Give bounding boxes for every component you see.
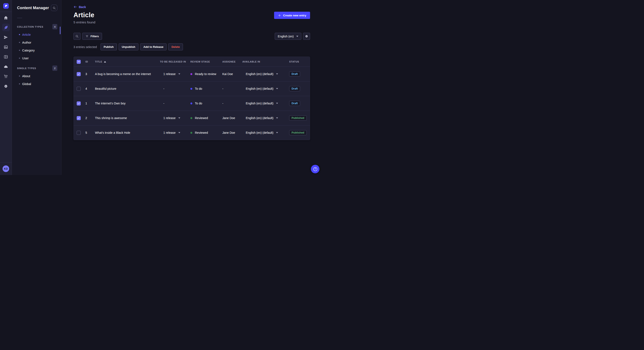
cell-assignee: Kai Doe [222, 72, 242, 76]
cell-id: 2 [86, 116, 95, 120]
status-badge: Draft [289, 86, 300, 91]
cart-icon [4, 74, 8, 79]
bullet-icon [19, 34, 20, 35]
stage-label: Reviewed [195, 131, 208, 134]
column-available-in[interactable]: AVAILABLE IN [242, 60, 289, 63]
help-button[interactable]: ? [311, 165, 320, 173]
plus-icon [278, 14, 281, 17]
entries-table: ID TITLE TO BE RELEASED IN REVIEW STAGE … [74, 57, 310, 140]
table-body: 3A bug is becoming a meme on the interne… [74, 67, 310, 140]
sidebar-item-label: About [22, 74, 30, 78]
user-avatar[interactable]: KD [2, 166, 9, 172]
delete-button[interactable]: Delete [168, 43, 183, 50]
nav-content-type-builder[interactable] [1, 52, 11, 62]
column-to-be-released-in[interactable]: TO BE RELEASED IN [160, 60, 190, 63]
table-row[interactable]: 5What's inside a Black Hole1 releaseRevi… [74, 125, 310, 140]
cell-title: This shrimp is awesome [95, 116, 160, 120]
nav-content-manager[interactable] [2, 24, 10, 31]
sidebar-item-user[interactable]: User [12, 54, 61, 62]
sidebar-section-label: SINGLE TYPES [17, 67, 36, 70]
sidebar-item-author[interactable]: Author [12, 38, 61, 46]
images-icon [4, 45, 8, 49]
chevron-down-icon [276, 103, 278, 104]
sidebar-item-label: Author [22, 41, 31, 44]
nav-marketplace[interactable] [1, 71, 11, 81]
search-icon [52, 6, 56, 9]
stage-label: To do [195, 102, 202, 105]
stage-dot-icon [190, 103, 192, 104]
bullet-icon [19, 75, 20, 77]
publish-button[interactable]: Publish [100, 43, 117, 50]
create-new-entry-button[interactable]: Create new entry [274, 12, 310, 19]
strapi-logo[interactable] [3, 3, 9, 9]
locale-dropdown[interactable]: English (en) (default) [242, 131, 289, 134]
nav-media-library[interactable] [1, 42, 11, 52]
locale-dropdown[interactable]: English (en) (default) [242, 72, 289, 76]
chevron-down-icon [178, 73, 180, 74]
locale-dropdown[interactable]: English (en) (default) [242, 116, 289, 120]
cell-checkbox [74, 101, 86, 105]
add-to-release-button[interactable]: Add to Release [140, 43, 166, 50]
locale-value: English (en) (default) [246, 131, 274, 134]
table-row[interactable]: 1The internet's Own boy-To do-English (e… [74, 96, 310, 111]
column-review-stage[interactable]: REVIEW STAGE [190, 60, 222, 63]
nav-home[interactable] [1, 13, 11, 22]
chevron-down-icon [178, 117, 180, 118]
bullet-icon [19, 42, 20, 43]
page-title: Article [74, 11, 96, 19]
nav-releases[interactable] [1, 32, 11, 42]
cell-title: The internet's Own boy [95, 102, 160, 105]
cell-release: - [160, 87, 190, 90]
column-title[interactable]: TITLE [95, 60, 160, 63]
sidebar-sections: COLLECTION TYPES4ArticleAuthorCategoryUs… [12, 24, 61, 88]
row-checkbox[interactable] [77, 116, 81, 120]
cell-checkbox [74, 87, 86, 91]
row-checkbox[interactable] [77, 101, 81, 105]
locale-select[interactable]: English (en) [275, 33, 301, 40]
release-value: - [163, 87, 164, 90]
status-badge: Published [289, 116, 307, 121]
release-dropdown[interactable]: 1 release [160, 72, 190, 76]
table-row[interactable]: 3A bug is becoming a meme on the interne… [74, 67, 310, 81]
nav-deploy[interactable] [1, 62, 11, 71]
bullet-icon [19, 83, 20, 84]
table-row[interactable]: 2This shrimp is awesome1 releaseReviewed… [74, 111, 310, 125]
sidebar-item-global[interactable]: Global [12, 80, 61, 88]
chevron-down-icon [276, 132, 278, 133]
row-checkbox[interactable] [77, 72, 81, 76]
column-assignee[interactable]: ASSIGNEE [222, 60, 242, 63]
back-link[interactable]: Back [74, 5, 310, 9]
paper-plane-icon [4, 35, 8, 39]
cell-assignee: Jane Doe [222, 116, 242, 120]
release-dropdown[interactable]: 1 release [160, 131, 190, 134]
release-dropdown[interactable]: 1 release [160, 116, 190, 120]
sidebar-item-about[interactable]: About [12, 72, 61, 80]
filters-button[interactable]: Filters [82, 33, 102, 40]
sort-ascending-icon [104, 61, 106, 62]
locale-dropdown[interactable]: English (en) (default) [242, 87, 289, 90]
cell-status: Published [289, 116, 310, 121]
chevron-down-icon [178, 132, 180, 133]
rail-nav-list [1, 13, 11, 162]
view-settings-button[interactable] [303, 33, 310, 40]
row-checkbox[interactable] [77, 131, 81, 135]
column-id[interactable]: ID [86, 60, 95, 63]
cell-release: - [160, 102, 190, 105]
select-all-checkbox[interactable] [77, 60, 81, 64]
table-row[interactable]: 4Beautiful picture-To do-English (en) (d… [74, 81, 310, 96]
cell-assignee: Jane Doe [222, 131, 242, 134]
question-mark-icon: ? [313, 167, 317, 171]
sidebar-item-label: Category [22, 49, 35, 52]
sidebar-item-list: AboutGlobal [12, 72, 61, 88]
table-search-button[interactable] [74, 33, 80, 40]
column-status[interactable]: STATUS [289, 60, 310, 63]
cell-id: 3 [86, 72, 95, 76]
nav-settings[interactable] [1, 81, 11, 91]
locale-dropdown[interactable]: English (en) (default) [242, 102, 289, 105]
sidebar-item-category[interactable]: Category [12, 46, 61, 54]
row-checkbox[interactable] [77, 87, 81, 91]
cell-checkbox [74, 131, 86, 135]
sidebar-item-article[interactable]: Article [12, 31, 61, 38]
unpublish-button[interactable]: Unpublish [118, 43, 139, 50]
sidebar-search-button[interactable] [51, 5, 57, 11]
